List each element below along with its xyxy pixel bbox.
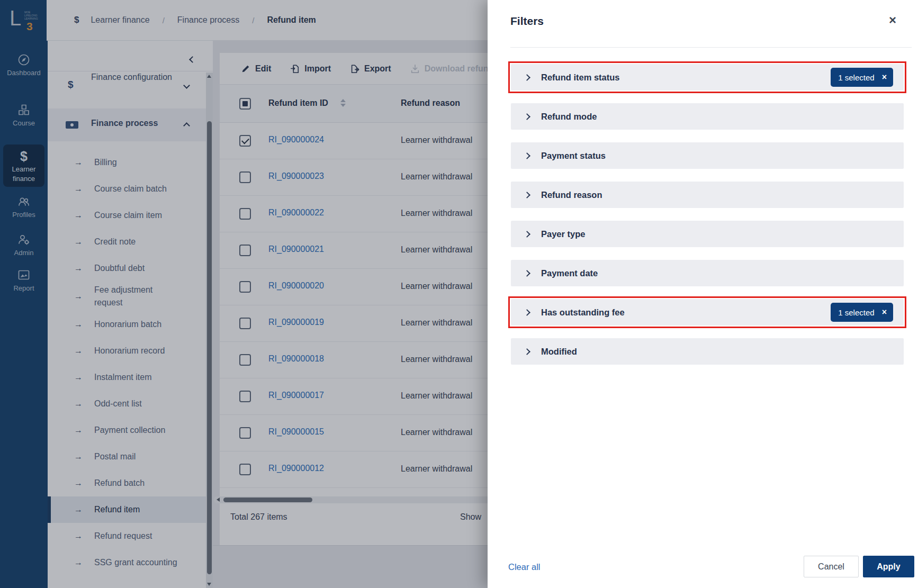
dim-overlay[interactable] xyxy=(0,0,488,588)
filter-label: Payment status xyxy=(541,151,606,161)
chevron-right-icon xyxy=(524,231,530,238)
filter-accordion[interactable]: Refund mode xyxy=(511,103,904,130)
chevron-right-icon xyxy=(524,348,530,355)
filter-label: Payer type xyxy=(541,229,585,239)
clear-all-link[interactable]: Clear all xyxy=(508,562,541,572)
remove-filter-icon[interactable]: × xyxy=(882,73,887,82)
filters-drawer: Filters × Refund item status 1 selected … xyxy=(488,0,918,588)
close-icon[interactable]: × xyxy=(889,14,896,26)
filter-row-list: Refund item status 1 selected × Refund m… xyxy=(511,64,904,377)
filter-accordion[interactable]: Has outstanding fee 1 selected × xyxy=(511,299,904,325)
filter-accordion[interactable]: Payment status xyxy=(511,142,904,169)
chevron-right-icon xyxy=(524,270,530,277)
app-root: L MOE LIFELONG LEARNING 3 Dashboard Cour… xyxy=(0,0,918,588)
filter-label: Refund mode xyxy=(541,112,597,122)
chevron-right-icon xyxy=(524,113,530,120)
chevron-right-icon xyxy=(524,74,530,81)
selected-count-badge: 1 selected × xyxy=(831,303,893,322)
filter-label: Payment date xyxy=(541,268,598,278)
remove-filter-icon[interactable]: × xyxy=(882,308,887,316)
divider xyxy=(510,47,912,48)
badge-text: 1 selected xyxy=(838,308,874,317)
filter-accordion[interactable]: Refund item status 1 selected × xyxy=(511,64,904,91)
filter-label: Refund item status xyxy=(541,73,620,83)
filter-accordion[interactable]: Refund reason xyxy=(511,182,904,208)
filter-label: Refund reason xyxy=(541,190,602,200)
apply-button[interactable]: Apply xyxy=(863,556,914,577)
drawer-title: Filters xyxy=(510,15,544,28)
filter-label: Modified xyxy=(541,347,577,357)
cancel-button[interactable]: Cancel xyxy=(804,556,859,577)
chevron-right-icon xyxy=(524,309,530,316)
chevron-right-icon xyxy=(524,152,530,159)
filter-label: Has outstanding fee xyxy=(541,307,625,318)
selected-count-badge: 1 selected × xyxy=(831,68,893,87)
filter-accordion[interactable]: Payment date xyxy=(511,260,904,286)
filter-accordion[interactable]: Payer type xyxy=(511,221,904,247)
filter-accordion[interactable]: Modified xyxy=(511,338,904,365)
chevron-right-icon xyxy=(524,192,530,198)
badge-text: 1 selected xyxy=(838,73,874,82)
